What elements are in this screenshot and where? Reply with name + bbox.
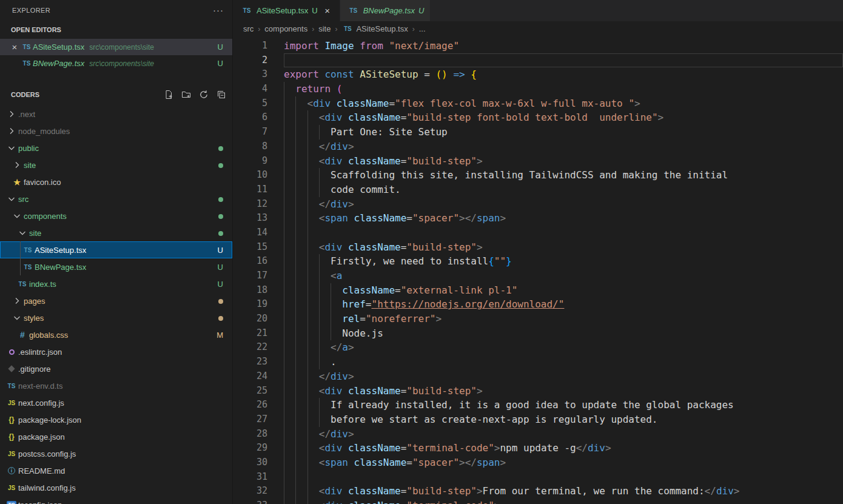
tree-item-pages[interactable]: pages (0, 292, 232, 309)
tree-item-README.md[interactable]: iREADME.md (0, 462, 232, 479)
code-line-8[interactable]: 8 </div> (233, 139, 843, 154)
code-token: { (471, 69, 477, 80)
breadcrumb-item-ASiteSetup.tsx[interactable]: TSASiteSetup.tsx (341, 24, 408, 33)
code-line-13[interactable]: 13 <span className="spacer"></span> (233, 211, 843, 226)
code-token: < (319, 155, 325, 167)
indent-guide (295, 312, 307, 326)
project-section-header[interactable]: CODERS (0, 86, 232, 103)
tree-item-label: favicon.ico (24, 178, 61, 187)
code-line-33[interactable]: 33 <div className="terminal-code"> (233, 499, 843, 504)
tree-item-site[interactable]: site (0, 224, 232, 241)
open-editor-item[interactable]: ×TSASiteSetup.tsxsrc\components\siteU (0, 39, 232, 55)
tree-item-index.ts[interactable]: TSindex.tsU (0, 275, 232, 292)
code-token: className (342, 284, 395, 296)
code-line-6[interactable]: 6 <div className="build-step font-bold t… (233, 110, 843, 125)
close-icon[interactable]: × (8, 42, 21, 52)
git-icon (5, 366, 18, 371)
code-line-27[interactable]: 27 before we start as create-next-app is… (233, 412, 843, 427)
tree-item-styles[interactable]: styles (0, 309, 232, 326)
collapse-all-icon[interactable] (217, 90, 226, 99)
code-token: = (401, 500, 407, 504)
tree-item-next-env.d.ts[interactable]: TSnext-env.d.ts (0, 377, 232, 394)
line-number: 3 (233, 67, 267, 82)
code-line-14[interactable]: 14 (233, 226, 843, 240)
code-line-17[interactable]: 17 <a (233, 269, 843, 283)
code-line-28[interactable]: 28 </div> (233, 427, 843, 442)
code-line-7[interactable]: 7 Part One: Site Setup (233, 125, 843, 139)
line-number: 14 (233, 226, 267, 240)
code-token: span (477, 212, 500, 224)
tree-item-ASiteSetup.tsx[interactable]: TSASiteSetup.tsxU (0, 241, 232, 258)
code-token: Node.js (342, 328, 383, 339)
tree-item-public[interactable]: public (0, 139, 232, 156)
code-line-31[interactable]: 31 (233, 470, 843, 485)
code-token: className (354, 457, 407, 468)
tree-item-tailwind.config.js[interactable]: JStailwind.config.js (0, 479, 232, 496)
breadcrumb-item-site[interactable]: site (318, 24, 331, 33)
line-number: 11 (233, 183, 267, 197)
code-token: Scaffolding this site, installing Tailwi… (331, 169, 728, 181)
tree-item-components[interactable]: components (0, 207, 232, 224)
tree-item-package.json[interactable]: {}package.json (0, 428, 232, 445)
open-editor-item[interactable]: TSBNewPage.tsxsrc\components\siteU (0, 55, 232, 72)
breadcrumb-item-...[interactable]: ... (419, 24, 426, 33)
code-line-20[interactable]: 20 rel="noreferrer"> (233, 312, 843, 326)
code-line-4[interactable]: 4 return ( (233, 82, 843, 96)
tree-item-BNewPage.tsx[interactable]: TSBNewPage.tsxU (0, 258, 232, 275)
tree-item-next.config.js[interactable]: JSnext.config.js (0, 394, 232, 411)
indent-guide (284, 269, 295, 283)
tree-item-favicon.ico[interactable]: ★favicon.ico (0, 173, 232, 190)
code-token (342, 155, 348, 167)
tree-item-.eslintrc.json[interactable]: .eslintrc.json (0, 343, 232, 360)
tree-item-site[interactable]: site (0, 156, 232, 173)
tree-item-tsconfig.json[interactable]: TStsconfig.json (0, 496, 232, 504)
code-line-1[interactable]: 1import Image from "next/image" (233, 39, 843, 53)
tab-BNewPage.tsx[interactable]: TSBNewPage.tsxU (340, 0, 431, 21)
code-line-21[interactable]: 21 Node.js (233, 326, 843, 341)
refresh-icon[interactable] (199, 90, 209, 99)
indent-guide (295, 269, 307, 283)
code-line-15[interactable]: 15 <div className="build-step"> (233, 240, 843, 255)
close-icon[interactable]: × (321, 5, 334, 16)
code-line-18[interactable]: 18 className="external-link pl-1" (233, 283, 843, 298)
code-line-5[interactable]: 5 <div className="flex flex-col max-w-6x… (233, 96, 843, 111)
more-actions-icon[interactable]: ··· (213, 7, 224, 13)
code-line-11[interactable]: 11 code commit. (233, 183, 843, 197)
code-line-30[interactable]: 30 <span className="spacer"></span> (233, 455, 843, 470)
code-line-23[interactable]: 23 . (233, 355, 843, 369)
code-line-12[interactable]: 12 </div> (233, 197, 843, 212)
code-line-19[interactable]: 19 href="https://nodejs.org/en/download/… (233, 297, 843, 312)
code-editor[interactable]: 1import Image from "next/image"23export … (233, 36, 843, 504)
code-line-32[interactable]: 32 <div className="build-step">From our … (233, 484, 843, 499)
open-editors-header[interactable]: OPEN EDITORS (0, 21, 232, 39)
code-line-22[interactable]: 22 </a> (233, 340, 843, 355)
new-folder-icon[interactable] (181, 90, 191, 99)
tree-item-node_modules[interactable]: node_modules (0, 123, 232, 139)
new-file-icon[interactable] (164, 90, 173, 99)
tree-item-label: package.json (18, 432, 65, 442)
code-line-10[interactable]: 10 Scaffolding this site, installing Tai… (233, 168, 843, 183)
tree-item-.gitignore[interactable]: .gitignore (0, 360, 232, 377)
code-line-16[interactable]: 16 Firstly, we need to install{""} (233, 254, 843, 269)
tree-item-postcss.config.js[interactable]: JSpostcss.config.js (0, 445, 232, 462)
indent-guide (284, 139, 295, 154)
code-line-2[interactable]: 2 (233, 53, 843, 68)
code-token: > (477, 385, 483, 397)
indent-guide (295, 110, 307, 125)
tree-item-label: pages (24, 297, 45, 306)
breadcrumb-item-src[interactable]: src (243, 24, 254, 33)
tree-item-src[interactable]: src (0, 190, 232, 207)
code-line-26[interactable]: 26 If already installed, it is a good id… (233, 398, 843, 412)
tab-ASiteSetup.tsx[interactable]: TSASiteSetup.tsxU× (233, 0, 340, 21)
breadcrumb-item-components[interactable]: components (264, 24, 307, 33)
tree-item-globals.css[interactable]: #globals.cssM (0, 326, 232, 343)
code-line-29[interactable]: 29 <div className="terminal-code">npm up… (233, 441, 843, 455)
explorer-sidebar: EXPLORER ··· OPEN EDITORS ×TSASiteSetup.… (0, 0, 233, 504)
code-line-9[interactable]: 9 <div className="build-step"> (233, 154, 843, 169)
indent-guide (284, 470, 295, 485)
code-line-24[interactable]: 24 </div> (233, 369, 843, 384)
tree-item-.next[interactable]: .next (0, 106, 232, 123)
tree-item-package-lock.json[interactable]: {}package-lock.json (0, 411, 232, 428)
code-line-25[interactable]: 25 <div className="build-step"> (233, 384, 843, 398)
code-line-3[interactable]: 3export const ASiteSetup = () => { (233, 67, 843, 82)
